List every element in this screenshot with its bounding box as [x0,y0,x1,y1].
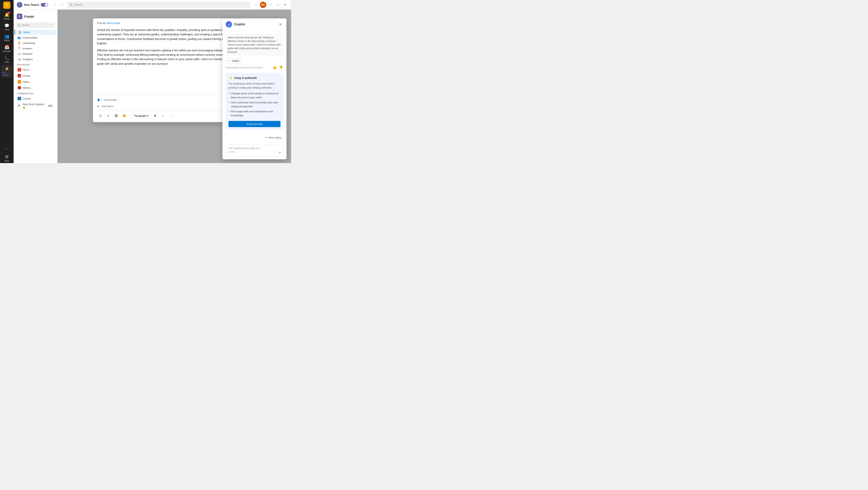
copilot-input-box[interactable]: Tell Copilot how to help you 0/2000 ➤ [226,144,283,157]
copilot-panel: ✦ Copilot ✕ where curiosity never grows … [222,19,286,159]
more-ideas-label: More ideas [269,136,281,139]
sidebar-item-label: Viva Engage [2,72,11,76]
sidebar-item-teams[interactable]: 👥 Teams [1,33,12,43]
sidebar-item-more[interactable]: ··· [1,145,12,152]
copilot-logo: ✦ [226,21,232,28]
sidebar-item-label: Calls [5,61,9,63]
paragraph-select[interactable]: Paragraph ▾ [132,113,150,118]
copilot-close-button[interactable]: ✕ [278,22,283,27]
nav-panel-title: Engage [24,15,34,18]
sidebar: T 🔔 1 Activity 💬 Chat 👥 Teams 📅 Calendar… [0,0,13,163]
sidebar-item-calls[interactable]: 📞 Calls [1,54,12,64]
show-me-how-button[interactable]: Show me how [228,121,280,127]
attachment-button[interactable]: 📎 [97,112,103,119]
sidebar-item-label: Chat [5,29,9,31]
post-as-bar: Post as: Mona Kane [93,19,241,26]
post-editor-modal: Post as: Mona Kane Unlock the secrets of… [93,19,241,122]
add-people-field[interactable]: 👤+ Add people [97,97,237,103]
copilot-input-placeholder: Tell Copilot how to help you [228,147,281,150]
post-author-link[interactable]: Mona Kane [107,22,121,25]
communities-icon: 👥 [18,36,21,39]
ai-note-text: AI-generated content may be incorrect [226,66,263,69]
more-options-button[interactable]: ··· [253,2,258,8]
search-icon: 🔍 [18,24,21,27]
sidebar-item-label: Activity [4,18,10,20]
nav-item-label: Wome... [23,86,32,89]
apps-icon: ⊞ [5,154,9,159]
nav-item-giving[interactable]: ❤ Giving [14,73,57,79]
copilot-body: where curiosity never grows old. Finding… [222,31,286,133]
nav-item-all-company[interactable]: All co... [14,67,57,73]
copilot-title: Copilot [234,23,276,26]
post-content[interactable]: Unlock the secrets of impactful mentors … [93,26,241,94]
nav-item-women[interactable]: Wome... [14,85,57,91]
toggle-switch[interactable] [41,3,48,7]
nav-item-connect[interactable]: C Conne... [14,96,57,101]
add-people-icon: 👤+ [97,98,102,101]
nav-search[interactable]: 🔍 Search [16,22,55,28]
nav-item-label: Leadership [22,41,35,44]
post-toolbar: 📎 ▾ 🖼 😊 Paragraph ▾ B I ... [97,110,237,120]
add-topics-field[interactable]: ⊞ Add topics [97,103,237,109]
sidebar-item-calendar[interactable]: 📅 Calendar [1,43,12,54]
add-topics-icon: ⊞ [97,105,99,108]
sidebar-item-chat[interactable]: 💬 Chat [1,22,12,32]
emoji-button[interactable]: 😊 [121,112,127,119]
nav-item-storyline[interactable]: 📖 Storyline [14,51,57,57]
nav-item-label: Analytics [22,58,33,61]
search-placeholder: Search [74,3,83,6]
nav-item-leadership[interactable]: 🏆 Leadership [14,40,57,46]
sidebar-item-viva-engage[interactable]: ⚡ Viva Engage [1,65,12,77]
nav-item-label: Conne... [23,97,33,100]
authentic-title: Keep it authentic [235,76,257,79]
sidebar-item-apps[interactable]: ⊞ Apps [1,153,12,163]
app-title: New Teams [24,3,39,6]
post-paragraph-2: Effective mentors are not just teachers … [97,48,237,66]
tip-1: Change some of the words or structure to… [228,92,280,99]
more-ideas-button[interactable]: ✦ More ideas [264,135,283,140]
nav-item-label: Home [23,31,30,34]
home-icon: 🏠 [18,31,21,34]
tip-3: Fill in gaps with your experience and kn… [228,109,280,117]
authentic-tips: Change some of the words or structure to… [228,92,280,117]
nav-item-label: Giving [23,74,30,77]
close-button[interactable]: ✕ [282,2,288,8]
nav-item-sales[interactable]: Sales ... [14,79,57,85]
maximize-button[interactable]: □ [275,2,281,8]
content-body: E Engage 🔍 Search 🏠 Home 👥 Communities [13,9,291,163]
nav-item-label: Help Desk Support 🔒 [22,103,46,109]
favorites-list: All co... ❤ Giving Sales ... Wom [13,67,57,91]
chat-icon: 💬 [4,23,9,28]
checkmark-icon: ✓ [228,59,230,62]
search-bar[interactable]: 🔍 Search [67,2,250,8]
added-button[interactable]: ✓ Added [226,58,242,64]
post-footer: 👤+ Add people ⊞ Add topics 📎 ▾ 🖼 😊 [93,94,241,122]
italic-button[interactable]: I [160,112,166,119]
copilot-char-count: 0/2000 [228,151,281,153]
nav-item-answers[interactable]: ❓ Answers [14,46,57,51]
thumbs-down-button[interactable]: 👎 [278,65,283,70]
back-button[interactable]: ‹ [52,2,58,8]
nav-item-analytics[interactable]: 📊 Analytics [14,57,57,62]
more-ideas-row: ✦ More ideas [222,133,286,142]
topbar-nav: ‹ › [52,2,65,8]
nav-item-help-desk[interactable]: 🖥 Help Desk Support 🔒 20+ [14,101,57,110]
more-icon: ··· [5,146,9,151]
thumbs-up-button[interactable]: 👍 [272,65,277,70]
app-logo-topbar: T [17,2,22,8]
attachment-dropdown-button[interactable]: ▾ [105,112,111,119]
toolbar-divider [130,114,130,118]
sidebar-item-activity[interactable]: 🔔 1 Activity [1,11,12,21]
nav-item-communities[interactable]: 👥 Communities [14,35,57,40]
sidebar-item-label: Calendar [3,50,11,52]
more-formatting-button[interactable]: ... [168,112,174,119]
nav-item-home[interactable]: 🏠 Home [14,30,57,35]
nav-item-label: Sales ... [23,80,32,83]
avatar[interactable]: MK [260,2,266,8]
minimize-button[interactable]: — [268,2,274,8]
image-button[interactable]: 🖼 [113,112,119,119]
copilot-send-button[interactable]: ➤ [278,150,281,155]
communities-section-title: Communities [13,91,57,96]
bold-button[interactable]: B [152,112,158,119]
forward-button[interactable]: › [59,2,65,8]
